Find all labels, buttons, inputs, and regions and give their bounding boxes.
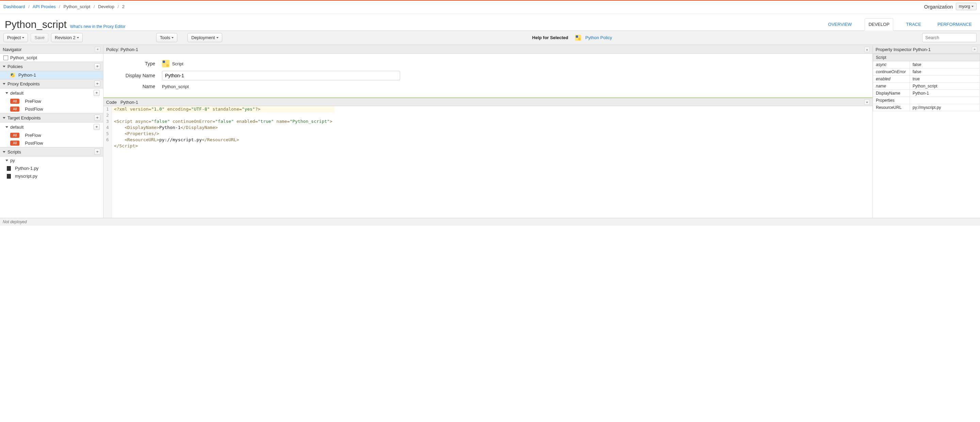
breadcrumb-sep: / <box>28 4 30 9</box>
pi-key: DisplayName <box>873 90 910 97</box>
nav-target-postflow[interactable]: All PostFlow <box>0 139 103 147</box>
nav-root-item[interactable]: Python_script <box>0 54 103 62</box>
line-number: 4 <box>106 124 109 131</box>
breadcrumb: Dashboard / API Proxies / Python_script … <box>3 4 124 9</box>
navigator-header: Navigator « <box>0 45 103 54</box>
nav-target-default-label: default <box>10 124 24 130</box>
all-badge: All <box>10 140 19 146</box>
form-name-value: Python_script <box>162 84 189 89</box>
organization-label: Organization <box>924 4 953 10</box>
revision-dropdown[interactable]: Revision 2 <box>51 33 83 42</box>
navigator-panel: Navigator « Python_script Policies + Pyt… <box>0 45 103 218</box>
tab-performance[interactable]: PERFORMANCE <box>934 19 975 30</box>
breadcrumb-sep: / <box>59 4 60 9</box>
form-name-label: Name <box>108 84 162 89</box>
python-policy-link[interactable]: Python Policy <box>585 35 612 40</box>
code-content[interactable]: <?xml version="1.0" encoding="UTF-8" sta… <box>112 106 334 218</box>
tab-overview[interactable]: OVERVIEW <box>825 19 856 30</box>
add-target-flow-button[interactable]: + <box>94 124 100 130</box>
nav-policy-item[interactable]: Python-1 <box>0 71 103 79</box>
chevron-down-icon <box>866 102 868 103</box>
display-name-input[interactable] <box>162 71 400 80</box>
policy-title: Policy: Python-1 <box>106 47 138 52</box>
pi-key: Properties <box>873 97 910 104</box>
collapse-code-button[interactable] <box>864 99 870 105</box>
collapse-property-inspector-button[interactable]: » <box>972 47 977 52</box>
pi-value[interactable]: py://myscript.py <box>910 104 980 111</box>
collapse-policy-button[interactable] <box>864 47 870 52</box>
table-row: namePython_script <box>873 83 980 90</box>
chevron-down-icon <box>3 66 5 67</box>
nav-script-file-1[interactable]: Python-1.py <box>0 164 103 172</box>
code-title-name: Python-1 <box>121 100 138 105</box>
line-number: 6 <box>106 137 109 143</box>
nav-target-preflow[interactable]: All PreFlow <box>0 131 103 139</box>
code-editor[interactable]: 1 2 3 4 5 6 <?xml version="1.0" encoding… <box>103 106 872 218</box>
add-script-button[interactable]: + <box>94 149 100 155</box>
nav-section-proxy-endpoints[interactable]: Proxy Endpoints + <box>0 79 103 89</box>
nav-script-file-2[interactable]: myscript.py <box>0 172 103 180</box>
pi-value[interactable]: Python-1 <box>910 90 980 97</box>
add-proxy-flow-button[interactable]: + <box>94 90 100 96</box>
organization-dropdown[interactable]: myorg <box>956 3 977 10</box>
main-area: Navigator « Python_script Policies + Pyt… <box>0 45 980 218</box>
nav-scripts-folder[interactable]: py <box>0 156 103 164</box>
add-proxy-endpoint-button[interactable]: + <box>94 81 100 87</box>
pi-value[interactable]: Python_script <box>910 83 980 90</box>
project-dropdown[interactable]: Project <box>3 33 28 42</box>
line-number: 1 <box>106 106 109 112</box>
nav-proxy-preflow-label: PreFlow <box>25 99 41 104</box>
nav-proxy-preflow[interactable]: All PreFlow <box>0 97 103 105</box>
nav-proxy-default[interactable]: default + <box>0 89 103 97</box>
whats-new-link[interactable]: What's new in the Proxy Editor <box>70 24 126 29</box>
collapse-navigator-button[interactable]: « <box>95 47 100 52</box>
search-container <box>922 33 977 42</box>
tab-trace[interactable]: TRACE <box>903 19 924 30</box>
line-number: 3 <box>106 118 109 124</box>
status-bar: Not deployed <box>0 218 980 226</box>
revision-label: Revision 2 <box>55 35 76 40</box>
all-badge: All <box>10 133 19 138</box>
nav-proxy-postflow[interactable]: All PostFlow <box>0 105 103 113</box>
form-type-label: Type <box>108 61 162 66</box>
editor-panel: Policy: Python-1 Type Script Display Nam… <box>103 45 872 218</box>
property-inspector-header: Property Inspector Python-1 » <box>873 45 980 54</box>
pi-value[interactable]: false <box>910 68 980 76</box>
chevron-down-icon <box>972 6 974 7</box>
nav-section-target-endpoints[interactable]: Target Endpoints + <box>0 113 103 123</box>
breadcrumb-proxy-name: Python_script <box>64 4 91 9</box>
form-type-text: Script <box>172 61 183 66</box>
add-target-endpoint-button[interactable]: + <box>94 115 100 121</box>
breadcrumb-dashboard[interactable]: Dashboard <box>3 4 25 9</box>
tabs: OVERVIEW DEVELOP TRACE PERFORMANCE <box>825 18 975 30</box>
chevron-down-icon <box>3 83 5 85</box>
pi-key: name <box>873 83 910 90</box>
line-number: 5 <box>106 131 109 137</box>
tools-dropdown[interactable]: Tools <box>156 33 177 42</box>
save-button[interactable]: Save <box>30 33 48 42</box>
tab-develop[interactable]: DEVELOP <box>865 18 893 30</box>
pi-value[interactable]: true <box>910 76 980 83</box>
breadcrumb-revision: 2 <box>122 4 124 9</box>
nav-section-scripts[interactable]: Scripts + <box>0 147 103 156</box>
chevron-down-icon <box>172 37 173 38</box>
add-policy-button[interactable]: + <box>94 63 100 69</box>
breadcrumb-section: Develop <box>98 4 115 9</box>
proxy-endpoints-label: Proxy Endpoints <box>8 81 40 86</box>
breadcrumb-api-proxies[interactable]: API Proxies <box>33 4 56 9</box>
chevron-down-icon <box>3 151 5 153</box>
chevron-down-icon <box>5 159 8 161</box>
pi-value[interactable]: false <box>910 61 980 68</box>
pi-value[interactable] <box>910 97 980 104</box>
nav-target-default[interactable]: default + <box>0 123 103 131</box>
python-policy-icon <box>162 60 169 67</box>
help-for-selected-label: Help for Selected <box>532 35 568 40</box>
search-input[interactable] <box>922 33 977 42</box>
all-badge: All <box>10 99 19 104</box>
page-title: Python_script <box>5 19 67 30</box>
toolbar: Project Save Revision 2 Tools Deployment… <box>0 30 980 45</box>
nav-section-policies[interactable]: Policies + <box>0 62 103 71</box>
deployment-dropdown[interactable]: Deployment <box>188 33 222 42</box>
tools-label: Tools <box>160 35 170 40</box>
proxy-icon <box>3 56 8 60</box>
